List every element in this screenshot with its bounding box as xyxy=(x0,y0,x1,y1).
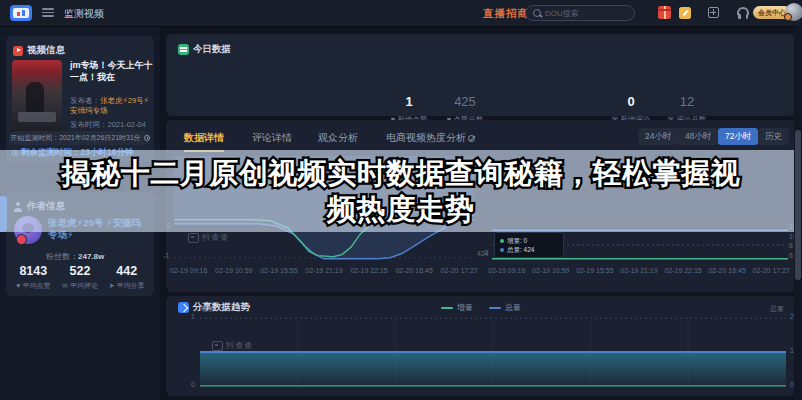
author-stats-labels: ♥ 平均点赞 ✉ 平均评论 ➤ 平均分享 xyxy=(10,281,150,291)
x-axis-tick: 02-19 10:59 xyxy=(215,267,252,274)
avg-likes-label: ♥ 平均点赞 xyxy=(10,281,57,291)
left-axis-tick: -1 xyxy=(163,252,169,259)
dashboard-page: 监测视频 直播招商 DOU搜索 会员中心 视频信息 jm专场！今天上午十一点！我… xyxy=(0,0,802,400)
x-axis-tick: 02-19 21:19 xyxy=(620,267,657,274)
watermark: 抖查查 xyxy=(188,232,229,243)
heart-icon: ♥ xyxy=(16,282,20,289)
chart-legend: 增量 总量 xyxy=(166,302,796,313)
total-likes-value: 425 xyxy=(437,94,493,109)
avg-comments-value: 522 xyxy=(57,264,104,278)
calendar-icon xyxy=(178,44,189,55)
legend-total[interactable]: 总量 xyxy=(489,302,521,313)
task-icon[interactable] xyxy=(679,7,691,19)
comment-icon: ✉ xyxy=(62,282,68,289)
video-title: jm专场！今天上午十一点！我在 xyxy=(70,59,154,83)
green-line-swatch xyxy=(441,307,453,309)
share-trend-svg xyxy=(200,316,786,388)
gift-icon[interactable] xyxy=(658,6,671,19)
range-48h-button[interactable]: 48小时 xyxy=(678,128,718,145)
share-icon: ➤ xyxy=(109,282,115,289)
video-thumbnail[interactable] xyxy=(12,60,62,138)
today-header: 今日数据 xyxy=(178,43,231,56)
x-axis-tick: 02-20 17:27 xyxy=(753,267,790,274)
headphones-icon[interactable] xyxy=(737,7,749,15)
left-axis-tick: 0 xyxy=(484,249,488,256)
title-overlay-banner: 揭秘十二月原创视频实时数据查询秘籍，轻松掌握视 频热度走势 xyxy=(0,150,802,232)
today-data-card: 今日数据 1 ♥ 新增点赞 425 ♥ 点赞总数 0 ✉ 新增评论 12 ✉ 评… xyxy=(166,34,796,116)
locked-icon xyxy=(468,135,475,142)
nav-monitored-videos[interactable]: 监测视频 xyxy=(64,7,104,21)
fans-count: 粉丝数：247.8w xyxy=(46,251,104,262)
x-axis-tick: 02-20 17:27 xyxy=(441,267,478,274)
watermark: 抖查查 xyxy=(212,340,253,351)
new-comments-value: 0 xyxy=(603,94,659,109)
hamburger-menu-icon[interactable] xyxy=(42,8,54,18)
avg-likes-value: 8143 xyxy=(10,264,57,278)
tab-comment-detail[interactable]: 评论详情 xyxy=(252,131,292,145)
live-promo-link[interactable]: 直播招商 xyxy=(483,7,529,21)
author-stats-values: 8143 522 442 xyxy=(10,264,150,278)
x-axis-tick: 02-19 10:59 xyxy=(532,267,569,274)
new-likes-value: 1 xyxy=(381,94,437,109)
chart-tooltip: 增量: 0 总量: 424 xyxy=(494,232,564,258)
tab-data-detail[interactable]: 数据详情 xyxy=(184,131,224,145)
x-axis-tick: 02-20 16:45 xyxy=(395,267,432,274)
watermark-logo-icon xyxy=(212,341,223,351)
video-publisher: 发布者：张老虎⚡29号⚡安缔玛专场 xyxy=(70,96,154,116)
app-logo-icon[interactable] xyxy=(10,5,32,21)
range-72h-button[interactable]: 72小时 xyxy=(718,128,758,145)
x-axis-tick: 02-19 09:16 xyxy=(488,267,525,274)
share-trend-panel: 分享数据趋势 增量 总量 增量 总量 抖查查 1 0 2 xyxy=(166,296,796,396)
blue-line-swatch xyxy=(489,307,501,309)
monitor-start-badge: 开始监测时间：2021年02月26日21时31分 xyxy=(9,131,151,145)
clock-icon xyxy=(144,135,150,141)
legend-increment[interactable]: 增量 xyxy=(441,302,473,313)
avg-shares-value: 442 xyxy=(103,264,150,278)
x-axis-tick: 02-19 21:19 xyxy=(305,267,342,274)
share-trend-chart: 抖查查 xyxy=(200,316,786,388)
user-avatar[interactable] xyxy=(785,3,802,21)
range-history-button[interactable]: 历史 xyxy=(758,128,789,145)
watermark-logo-icon xyxy=(188,233,199,243)
increment-dot xyxy=(500,239,504,243)
comments-x-axis: 02-19 09:1602-19 10:5902-19 15:5502-19 2… xyxy=(488,267,790,274)
left-axis-tick: 0 xyxy=(191,381,195,388)
top-bar: 监测视频 直播招商 DOU搜索 会员中心 xyxy=(0,0,802,27)
x-axis-tick: 02-19 15:55 xyxy=(260,267,297,274)
scrollbar-track[interactable] xyxy=(794,26,802,400)
likes-x-axis: 02-19 09:1602-19 10:5902-19 15:5502-19 2… xyxy=(170,267,478,274)
search-input[interactable]: DOU搜索 xyxy=(525,5,635,21)
scrollbar-thumb[interactable] xyxy=(795,130,801,280)
avg-shares-label: ➤ 平均分享 xyxy=(103,281,150,291)
tab-ecommerce-heat[interactable]: 电商视频热度分析 xyxy=(386,131,475,145)
right-axis-name: 总量 xyxy=(770,304,784,314)
total-dot xyxy=(500,248,504,252)
x-axis-tick: 02-19 22:15 xyxy=(350,267,387,274)
overlay-title: 揭秘十二月原创视频实时数据查询秘籍，轻松掌握视 频热度走势 xyxy=(6,155,796,227)
avg-comments-label: ✉ 平均评论 xyxy=(57,281,104,291)
total-comments-value: 12 xyxy=(659,94,715,109)
search-placeholder: DOU搜索 xyxy=(545,8,579,19)
x-axis-tick: 02-19 09:16 xyxy=(170,267,207,274)
left-axis-name: 增量 xyxy=(200,304,214,314)
x-axis-tick: 02-20 16:45 xyxy=(708,267,745,274)
apps-grid-icon[interactable] xyxy=(708,7,719,18)
video-icon xyxy=(13,46,23,56)
left-axis-tick: 1 xyxy=(191,313,195,320)
tab-audience-analysis[interactable]: 观众分析 xyxy=(318,131,358,145)
video-info-header: 视频信息 xyxy=(13,44,65,57)
x-axis-tick: 02-19 15:55 xyxy=(576,267,613,274)
x-axis-tick: 02-19 22:15 xyxy=(664,267,701,274)
range-24h-button[interactable]: 24小时 xyxy=(638,128,678,145)
search-icon xyxy=(533,9,541,17)
